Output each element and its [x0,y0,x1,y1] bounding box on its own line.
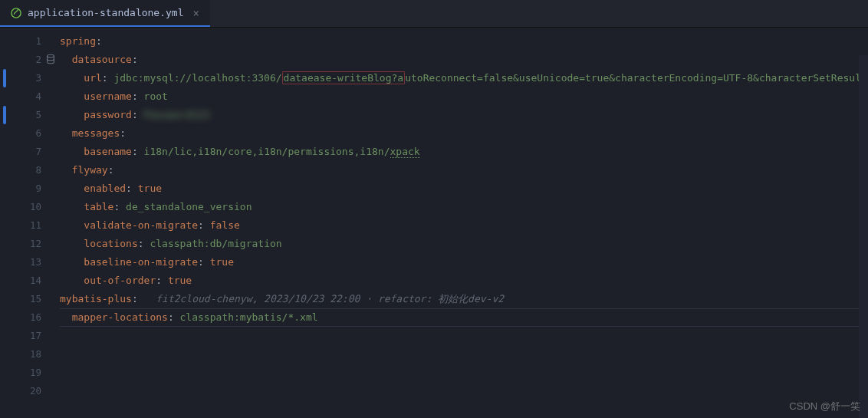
line-number: 4 [9,87,41,106]
line-number: 1 [9,32,41,51]
line-number: 8 [9,161,41,179]
code-line[interactable]: out-of-order: true [60,272,868,290]
gutter-icons [41,28,60,418]
line-number: 3 [9,69,41,87]
line-number: 20 [9,382,41,400]
code-line[interactable]: table: de_standalone_version [60,198,868,216]
code-line[interactable]: baseline-on-migrate: true [60,253,868,272]
datasource-icon[interactable] [41,51,60,69]
code-line[interactable]: password: Password123 [60,106,868,124]
line-number-gutter: 1234567891011121314151617181920 [9,28,41,418]
line-number: 5 [9,106,41,124]
tab-active[interactable]: application-standalone.yml × [0,0,210,27]
code-area[interactable]: spring: datasource: url: jdbc:mysql://lo… [60,28,868,418]
line-number: 16 [9,308,41,327]
code-line[interactable]: locations: classpath:db/migration [60,235,868,253]
code-line[interactable]: flyway: [60,161,868,179]
watermark: CSDN @舒一笑 [789,400,860,413]
editor-body: 1234567891011121314151617181920 spring: … [0,28,868,418]
code-line[interactable]: messages: [60,124,868,143]
line-number: 13 [9,253,41,272]
code-line[interactable]: spring: [60,32,868,51]
vcs-change-mark[interactable] [3,69,6,87]
line-number: 17 [9,327,41,345]
tab-bar: application-standalone.yml × [0,0,868,28]
line-number: 7 [9,143,41,161]
close-icon[interactable]: × [193,7,199,19]
line-number: 6 [9,124,41,143]
line-number: 14 [9,272,41,290]
vertical-scrollbar[interactable] [859,55,868,418]
line-number: 9 [9,179,41,198]
line-number: 15 [9,290,41,308]
code-line[interactable]: basename: i18n/lic,i18n/core,i18n/permis… [60,143,868,161]
code-line[interactable]: url: jdbc:mysql://localhost:3306/dataeas… [60,69,868,87]
code-line[interactable]: validate-on-migrate: false [60,216,868,235]
line-number: 10 [9,198,41,216]
vcs-change-mark[interactable] [3,106,6,124]
tab-filename: application-standalone.yml [28,7,184,18]
svg-point-0 [12,8,21,17]
vcs-margin [0,28,9,418]
svg-point-1 [48,54,54,58]
line-number: 11 [9,216,41,235]
code-line[interactable]: mapper-locations: classpath:mybatis/*.xm… [60,308,868,327]
editor-root: application-standalone.yml × 12345678910… [0,0,868,418]
spring-file-icon [11,8,21,18]
line-number: 12 [9,235,41,253]
code-line[interactable]: username: root [60,87,868,106]
code-line[interactable]: enabled: true [60,179,868,198]
code-line[interactable]: datasource: [60,51,868,69]
line-number: 2 [9,51,41,69]
line-number: 19 [9,364,41,382]
line-number: 18 [9,345,41,364]
code-line[interactable]: mybatis-plus: fit2cloud-chenyw, 2023/10/… [60,290,868,308]
